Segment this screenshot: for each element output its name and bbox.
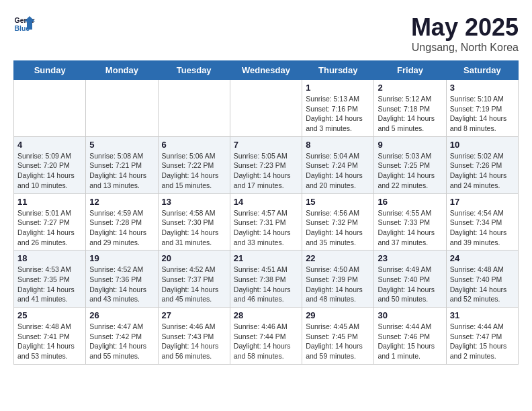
calendar-cell: 25Sunrise: 4:48 AM Sunset: 7:41 PM Dayli… bbox=[14, 308, 86, 365]
calendar-cell: 15Sunrise: 4:56 AM Sunset: 7:32 PM Dayli… bbox=[302, 193, 374, 250]
day-info: Sunrise: 5:13 AM Sunset: 7:16 PM Dayligh… bbox=[306, 94, 370, 134]
calendar-cell: 3Sunrise: 5:10 AM Sunset: 7:19 PM Daylig… bbox=[446, 80, 518, 137]
day-of-week-header: Tuesday bbox=[158, 61, 230, 80]
day-number: 31 bbox=[450, 310, 515, 320]
day-number: 30 bbox=[378, 310, 442, 320]
day-info: Sunrise: 5:08 AM Sunset: 7:21 PM Dayligh… bbox=[89, 151, 154, 191]
day-number: 1 bbox=[306, 83, 370, 93]
calendar-cell: 22Sunrise: 4:50 AM Sunset: 7:39 PM Dayli… bbox=[302, 250, 374, 308]
day-number: 17 bbox=[450, 197, 515, 207]
day-info: Sunrise: 4:46 AM Sunset: 7:43 PM Dayligh… bbox=[162, 322, 226, 361]
calendar-cell: 27Sunrise: 4:46 AM Sunset: 7:43 PM Dayli… bbox=[158, 308, 230, 365]
day-of-week-header: Saturday bbox=[446, 61, 518, 80]
day-info: Sunrise: 4:54 AM Sunset: 7:34 PM Dayligh… bbox=[450, 208, 515, 248]
day-info: Sunrise: 5:03 AM Sunset: 7:25 PM Dayligh… bbox=[378, 151, 442, 191]
day-info: Sunrise: 5:06 AM Sunset: 7:22 PM Dayligh… bbox=[162, 151, 226, 191]
day-number: 4 bbox=[17, 140, 82, 150]
calendar-cell: 26Sunrise: 4:47 AM Sunset: 7:42 PM Dayli… bbox=[86, 308, 158, 365]
header: General Blue May 2025 Ungsang, North Kor… bbox=[13, 13, 519, 54]
calendar-cell bbox=[86, 80, 158, 137]
calendar-cell: 29Sunrise: 4:45 AM Sunset: 7:45 PM Dayli… bbox=[302, 308, 374, 365]
day-number: 26 bbox=[89, 310, 154, 320]
calendar-cell: 9Sunrise: 5:03 AM Sunset: 7:25 PM Daylig… bbox=[374, 136, 446, 193]
day-info: Sunrise: 4:52 AM Sunset: 7:36 PM Dayligh… bbox=[89, 265, 154, 304]
day-of-week-header: Sunday bbox=[14, 61, 86, 80]
day-info: Sunrise: 4:47 AM Sunset: 7:42 PM Dayligh… bbox=[89, 322, 154, 361]
calendar-cell: 31Sunrise: 4:44 AM Sunset: 7:47 PM Dayli… bbox=[446, 308, 518, 365]
day-info: Sunrise: 4:56 AM Sunset: 7:32 PM Dayligh… bbox=[306, 208, 370, 248]
calendar-cell: 23Sunrise: 4:49 AM Sunset: 7:40 PM Dayli… bbox=[374, 250, 446, 308]
day-info: Sunrise: 4:49 AM Sunset: 7:40 PM Dayligh… bbox=[378, 265, 442, 304]
day-info: Sunrise: 5:04 AM Sunset: 7:24 PM Dayligh… bbox=[306, 151, 370, 191]
day-info: Sunrise: 5:09 AM Sunset: 7:20 PM Dayligh… bbox=[17, 151, 82, 191]
day-number: 29 bbox=[306, 310, 370, 320]
calendar-cell: 28Sunrise: 4:46 AM Sunset: 7:44 PM Dayli… bbox=[230, 308, 302, 365]
calendar-cell bbox=[14, 80, 86, 137]
day-info: Sunrise: 4:57 AM Sunset: 7:31 PM Dayligh… bbox=[234, 208, 298, 248]
calendar-cell: 20Sunrise: 4:52 AM Sunset: 7:37 PM Dayli… bbox=[158, 250, 230, 308]
calendar-cell: 11Sunrise: 5:01 AM Sunset: 7:27 PM Dayli… bbox=[14, 193, 86, 250]
day-number: 2 bbox=[378, 83, 442, 93]
calendar-cell: 4Sunrise: 5:09 AM Sunset: 7:20 PM Daylig… bbox=[14, 136, 86, 193]
location: Ungsang, North Korea bbox=[411, 42, 519, 54]
calendar-cell: 7Sunrise: 5:05 AM Sunset: 7:23 PM Daylig… bbox=[230, 136, 302, 193]
calendar-week-row: 1Sunrise: 5:13 AM Sunset: 7:16 PM Daylig… bbox=[14, 80, 519, 137]
calendar-week-row: 18Sunrise: 4:53 AM Sunset: 7:35 PM Dayli… bbox=[14, 250, 519, 308]
day-of-week-header: Thursday bbox=[302, 61, 374, 80]
day-number: 3 bbox=[450, 83, 515, 93]
day-info: Sunrise: 4:58 AM Sunset: 7:30 PM Dayligh… bbox=[162, 208, 226, 248]
day-info: Sunrise: 5:01 AM Sunset: 7:27 PM Dayligh… bbox=[17, 208, 82, 248]
day-info: Sunrise: 4:52 AM Sunset: 7:37 PM Dayligh… bbox=[162, 265, 226, 304]
day-info: Sunrise: 4:44 AM Sunset: 7:47 PM Dayligh… bbox=[450, 322, 515, 361]
day-number: 10 bbox=[450, 140, 515, 150]
calendar-cell: 16Sunrise: 4:55 AM Sunset: 7:33 PM Dayli… bbox=[374, 193, 446, 250]
day-number: 23 bbox=[378, 253, 442, 263]
calendar-week-row: 25Sunrise: 4:48 AM Sunset: 7:41 PM Dayli… bbox=[14, 308, 519, 365]
day-number: 15 bbox=[306, 197, 370, 207]
day-info: Sunrise: 4:45 AM Sunset: 7:45 PM Dayligh… bbox=[306, 322, 370, 361]
day-info: Sunrise: 5:05 AM Sunset: 7:23 PM Dayligh… bbox=[234, 151, 298, 191]
day-number: 27 bbox=[162, 310, 226, 320]
calendar-week-row: 11Sunrise: 5:01 AM Sunset: 7:27 PM Dayli… bbox=[14, 193, 519, 250]
calendar-cell: 21Sunrise: 4:51 AM Sunset: 7:38 PM Dayli… bbox=[230, 250, 302, 308]
day-number: 18 bbox=[17, 253, 82, 263]
calendar-cell bbox=[230, 80, 302, 137]
logo: General Blue bbox=[13, 13, 35, 35]
day-number: 11 bbox=[17, 197, 82, 207]
calendar-table: SundayMondayTuesdayWednesdayThursdayFrid… bbox=[13, 60, 519, 365]
calendar-cell: 6Sunrise: 5:06 AM Sunset: 7:22 PM Daylig… bbox=[158, 136, 230, 193]
day-number: 19 bbox=[89, 253, 154, 263]
month-title: May 2025 bbox=[411, 13, 519, 42]
calendar-cell: 14Sunrise: 4:57 AM Sunset: 7:31 PM Dayli… bbox=[230, 193, 302, 250]
calendar-cell: 1Sunrise: 5:13 AM Sunset: 7:16 PM Daylig… bbox=[302, 80, 374, 137]
day-number: 22 bbox=[306, 253, 370, 263]
calendar-cell: 13Sunrise: 4:58 AM Sunset: 7:30 PM Dayli… bbox=[158, 193, 230, 250]
day-info: Sunrise: 4:46 AM Sunset: 7:44 PM Dayligh… bbox=[234, 322, 298, 361]
title-area: May 2025 Ungsang, North Korea bbox=[411, 13, 519, 54]
calendar-cell: 18Sunrise: 4:53 AM Sunset: 7:35 PM Dayli… bbox=[14, 250, 86, 308]
day-info: Sunrise: 4:51 AM Sunset: 7:38 PM Dayligh… bbox=[234, 265, 298, 304]
day-number: 28 bbox=[234, 310, 298, 320]
calendar-cell: 19Sunrise: 4:52 AM Sunset: 7:36 PM Dayli… bbox=[86, 250, 158, 308]
day-of-week-header: Friday bbox=[374, 61, 446, 80]
calendar-cell: 2Sunrise: 5:12 AM Sunset: 7:18 PM Daylig… bbox=[374, 80, 446, 137]
calendar-cell: 17Sunrise: 4:54 AM Sunset: 7:34 PM Dayli… bbox=[446, 193, 518, 250]
day-of-week-header: Monday bbox=[86, 61, 158, 80]
calendar-cell: 12Sunrise: 4:59 AM Sunset: 7:28 PM Dayli… bbox=[86, 193, 158, 250]
calendar-cell: 30Sunrise: 4:44 AM Sunset: 7:46 PM Dayli… bbox=[374, 308, 446, 365]
day-info: Sunrise: 4:48 AM Sunset: 7:41 PM Dayligh… bbox=[17, 322, 82, 361]
day-info: Sunrise: 4:44 AM Sunset: 7:46 PM Dayligh… bbox=[378, 322, 442, 361]
day-number: 7 bbox=[234, 140, 298, 150]
day-number: 20 bbox=[162, 253, 226, 263]
day-number: 8 bbox=[306, 140, 370, 150]
day-info: Sunrise: 4:55 AM Sunset: 7:33 PM Dayligh… bbox=[378, 208, 442, 248]
day-number: 16 bbox=[378, 197, 442, 207]
day-number: 6 bbox=[162, 140, 226, 150]
logo-icon: General Blue bbox=[13, 13, 35, 35]
day-number: 25 bbox=[17, 310, 82, 320]
day-number: 24 bbox=[450, 253, 515, 263]
calendar-cell: 5Sunrise: 5:08 AM Sunset: 7:21 PM Daylig… bbox=[86, 136, 158, 193]
calendar-cell: 24Sunrise: 4:48 AM Sunset: 7:40 PM Dayli… bbox=[446, 250, 518, 308]
day-info: Sunrise: 4:48 AM Sunset: 7:40 PM Dayligh… bbox=[450, 265, 515, 304]
day-number: 12 bbox=[89, 197, 154, 207]
